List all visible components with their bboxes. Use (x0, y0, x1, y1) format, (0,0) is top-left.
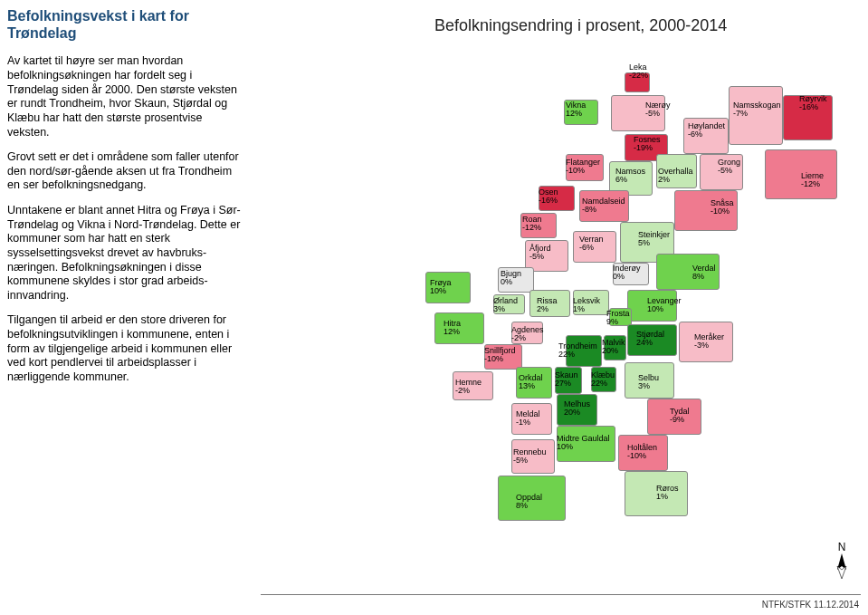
label-meraker: Meråker-3% (694, 333, 724, 351)
compass-icon: N (834, 541, 850, 579)
label-meldal: Meldal-1% (516, 410, 540, 428)
label-flatanger: Flatanger-10% (566, 159, 600, 176)
chart-title: Befolkningsendring i prosent, 2000-2014 (434, 16, 727, 35)
label-namsskogan: Namsskogan-7% (733, 101, 781, 119)
label-oppdal: Oppdal8% (516, 494, 542, 511)
label-bjugn: Bjugn0% (501, 270, 521, 287)
label-osen: Osen-16% (539, 188, 558, 206)
paragraph-3: Unntakene er blant annet Hitra og Frøya … (7, 204, 243, 303)
footer-text: NTFK/STFK 11.12.2014 (762, 600, 859, 610)
label-snillfjord: Snillfjord-10% (484, 347, 516, 364)
label-vikna: Vikna12% (566, 101, 586, 119)
label-stjordal: Stjørdal24% (636, 331, 664, 348)
label-hitra: Hitra12% (444, 320, 461, 337)
label-royrvik: Røyrvik-16% (799, 95, 827, 112)
label-skaun: Skaun27% (555, 371, 578, 389)
label-inderoy: Inderøy0% (613, 264, 641, 282)
label-leka: Leka-22% (629, 63, 648, 81)
label-overhalla: Overhalla2% (658, 168, 693, 185)
label-trondheim: Trondheim22% (558, 342, 597, 360)
label-selbu: Selbu3% (638, 374, 659, 391)
label-verdal: Verdal8% (692, 264, 716, 282)
svg-marker-1 (837, 566, 846, 579)
label-verran: Verran-6% (579, 235, 604, 253)
label-agdenes: Agdenes-2% (511, 326, 544, 343)
label-froya: Frøya10% (430, 279, 452, 296)
label-orkdal: Orkdal13% (519, 374, 543, 391)
label-levanger: Levanger10% (647, 297, 682, 314)
label-rennebu: Rennebu-5% (513, 448, 547, 466)
page-root: Befolkningsvekst i kart for Trøndelag Av… (0, 0, 868, 615)
text-column: Befolkningsvekst i kart for Trøndelag Av… (0, 0, 253, 615)
label-frosta: Frosta9% (606, 310, 630, 327)
footer-divider (261, 594, 861, 595)
label-roros: Røros1% (656, 485, 679, 502)
label-hemne: Hemne-2% (455, 379, 482, 396)
label-klaebu: Klæbu22% (591, 371, 615, 389)
label-hoylandet: Høylandet-6% (688, 122, 725, 139)
page-title: Befolkningsvekst i kart for Trøndelag (7, 7, 243, 42)
label-holtalen: Holtålen-10% (627, 444, 657, 461)
label-snasa: Snåsa-10% (711, 199, 734, 216)
label-midtregauldal: Midtre Gauldal10% (557, 435, 610, 452)
choropleth-map: Leka-22% Vikna12% Nærøy-5% Namsskogan-7%… (376, 63, 868, 553)
label-afjord: Åfjord-5% (529, 245, 551, 262)
label-namsos: Namsos6% (615, 168, 645, 185)
label-rissa: Rissa2% (537, 297, 558, 314)
map-panel: Befolkningsendring i prosent, 2000-2014 (253, 0, 868, 615)
paragraph-4: Tilgangen til arbeid er den store driver… (7, 313, 243, 384)
label-fosnes: Fosnes-19% (634, 136, 661, 153)
label-grong: Grong-5% (718, 159, 740, 176)
label-lierne: Lierne-12% (801, 172, 824, 189)
label-naeroy: Nærøy-5% (645, 101, 671, 119)
label-melhus: Melhus20% (564, 400, 590, 418)
paragraph-1: Av kartet til høyre ser man hvordan befo… (7, 54, 243, 139)
label-orland: Ørland3% (493, 297, 518, 314)
label-leksvik: Leksvik1% (573, 297, 600, 314)
label-tydal: Tydal-9% (670, 408, 690, 425)
label-namdalseid: Namdalseid-8% (582, 197, 625, 215)
label-steinkjer: Steinkjer5% (638, 231, 670, 248)
label-malvik: Malvik20% (602, 339, 625, 356)
paragraph-2: Grovt sett er det i områdene som faller … (7, 150, 243, 193)
label-roan: Roan-12% (522, 216, 542, 233)
